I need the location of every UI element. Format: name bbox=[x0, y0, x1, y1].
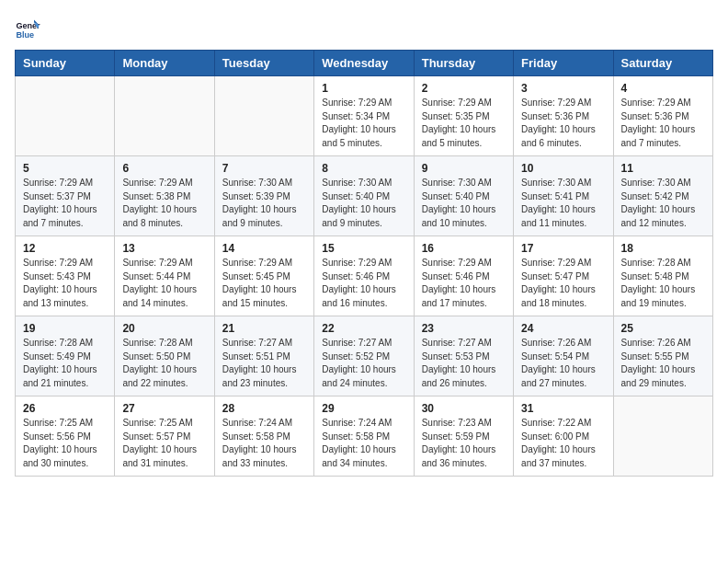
day-cell bbox=[214, 76, 313, 156]
day-info: Sunrise: 7:24 AMSunset: 5:58 PMDaylight:… bbox=[222, 417, 306, 470]
day-info: Sunrise: 7:29 AMSunset: 5:36 PMDaylight:… bbox=[521, 97, 605, 150]
day-info: Sunrise: 7:28 AMSunset: 5:50 PMDaylight:… bbox=[122, 337, 206, 390]
day-cell: 1 Sunrise: 7:29 AMSunset: 5:34 PMDayligh… bbox=[314, 76, 414, 156]
day-cell: 30 Sunrise: 7:23 AMSunset: 5:59 PMDaylig… bbox=[414, 396, 513, 477]
week-row-3: 12 Sunrise: 7:29 AMSunset: 5:43 PMDaylig… bbox=[16, 236, 713, 316]
day-cell: 17 Sunrise: 7:29 AMSunset: 5:47 PMDaylig… bbox=[514, 236, 613, 316]
day-cell: 29 Sunrise: 7:24 AMSunset: 5:58 PMDaylig… bbox=[314, 396, 414, 477]
day-cell: 31 Sunrise: 7:22 AMSunset: 6:00 PMDaylig… bbox=[514, 396, 613, 477]
day-info: Sunrise: 7:27 AMSunset: 5:53 PMDaylight:… bbox=[422, 337, 506, 390]
weekday-header-monday: Monday bbox=[115, 51, 214, 76]
day-cell: 6 Sunrise: 7:29 AMSunset: 5:38 PMDayligh… bbox=[115, 156, 214, 236]
day-number: 12 bbox=[23, 242, 107, 255]
day-cell: 26 Sunrise: 7:25 AMSunset: 5:56 PMDaylig… bbox=[16, 396, 115, 477]
day-cell: 20 Sunrise: 7:28 AMSunset: 5:50 PMDaylig… bbox=[115, 316, 214, 396]
day-cell bbox=[16, 76, 115, 156]
day-number: 5 bbox=[23, 162, 107, 175]
day-info: Sunrise: 7:29 AMSunset: 5:44 PMDaylight:… bbox=[122, 257, 206, 310]
day-cell: 25 Sunrise: 7:26 AMSunset: 5:55 PMDaylig… bbox=[613, 316, 712, 396]
day-number: 7 bbox=[222, 162, 306, 175]
day-info: Sunrise: 7:29 AMSunset: 5:46 PMDaylight:… bbox=[322, 257, 405, 310]
calendar: SundayMondayTuesdayWednesdayThursdayFrid… bbox=[15, 50, 713, 477]
day-number: 28 bbox=[222, 402, 306, 415]
day-info: Sunrise: 7:29 AMSunset: 5:34 PMDaylight:… bbox=[322, 97, 405, 150]
day-info: Sunrise: 7:29 AMSunset: 5:36 PMDaylight:… bbox=[621, 97, 705, 150]
day-number: 4 bbox=[621, 82, 705, 95]
day-cell: 11 Sunrise: 7:30 AMSunset: 5:42 PMDaylig… bbox=[613, 156, 712, 236]
day-number: 1 bbox=[322, 82, 405, 95]
day-cell: 2 Sunrise: 7:29 AMSunset: 5:35 PMDayligh… bbox=[414, 76, 513, 156]
day-number: 19 bbox=[23, 322, 107, 335]
day-cell: 7 Sunrise: 7:30 AMSunset: 5:39 PMDayligh… bbox=[214, 156, 313, 236]
day-info: Sunrise: 7:23 AMSunset: 5:59 PMDaylight:… bbox=[422, 417, 506, 470]
day-number: 22 bbox=[322, 322, 405, 335]
day-number: 21 bbox=[222, 322, 306, 335]
day-cell: 10 Sunrise: 7:30 AMSunset: 5:41 PMDaylig… bbox=[514, 156, 613, 236]
day-cell bbox=[115, 76, 214, 156]
day-cell: 13 Sunrise: 7:29 AMSunset: 5:44 PMDaylig… bbox=[115, 236, 214, 316]
day-info: Sunrise: 7:29 AMSunset: 5:43 PMDaylight:… bbox=[23, 257, 107, 310]
day-number: 26 bbox=[23, 402, 107, 415]
day-cell: 28 Sunrise: 7:24 AMSunset: 5:58 PMDaylig… bbox=[214, 396, 313, 477]
week-row-2: 5 Sunrise: 7:29 AMSunset: 5:37 PMDayligh… bbox=[16, 156, 713, 236]
day-cell: 3 Sunrise: 7:29 AMSunset: 5:36 PMDayligh… bbox=[514, 76, 613, 156]
day-info: Sunrise: 7:27 AMSunset: 5:52 PMDaylight:… bbox=[322, 337, 405, 390]
day-number: 11 bbox=[621, 162, 705, 175]
week-row-5: 26 Sunrise: 7:25 AMSunset: 5:56 PMDaylig… bbox=[16, 396, 713, 477]
logo: General Blue bbox=[15, 15, 44, 40]
day-cell: 5 Sunrise: 7:29 AMSunset: 5:37 PMDayligh… bbox=[16, 156, 115, 236]
weekday-header-row: SundayMondayTuesdayWednesdayThursdayFrid… bbox=[16, 51, 713, 76]
day-cell: 12 Sunrise: 7:29 AMSunset: 5:43 PMDaylig… bbox=[16, 236, 115, 316]
day-number: 20 bbox=[122, 322, 206, 335]
day-number: 15 bbox=[322, 242, 405, 255]
day-number: 27 bbox=[122, 402, 206, 415]
day-number: 9 bbox=[422, 162, 506, 175]
day-info: Sunrise: 7:22 AMSunset: 6:00 PMDaylight:… bbox=[521, 417, 605, 470]
day-number: 17 bbox=[521, 242, 605, 255]
day-number: 14 bbox=[222, 242, 306, 255]
weekday-header-friday: Friday bbox=[514, 51, 613, 76]
day-cell bbox=[613, 396, 712, 477]
day-info: Sunrise: 7:26 AMSunset: 5:54 PMDaylight:… bbox=[521, 337, 605, 390]
day-cell: 23 Sunrise: 7:27 AMSunset: 5:53 PMDaylig… bbox=[414, 316, 513, 396]
day-info: Sunrise: 7:30 AMSunset: 5:40 PMDaylight:… bbox=[422, 177, 506, 230]
day-info: Sunrise: 7:30 AMSunset: 5:39 PMDaylight:… bbox=[222, 177, 306, 230]
day-info: Sunrise: 7:29 AMSunset: 5:35 PMDaylight:… bbox=[422, 97, 506, 150]
week-row-4: 19 Sunrise: 7:28 AMSunset: 5:49 PMDaylig… bbox=[16, 316, 713, 396]
day-number: 25 bbox=[621, 322, 705, 335]
day-number: 16 bbox=[422, 242, 506, 255]
day-info: Sunrise: 7:24 AMSunset: 5:58 PMDaylight:… bbox=[322, 417, 405, 470]
day-number: 2 bbox=[422, 82, 506, 95]
day-number: 8 bbox=[322, 162, 405, 175]
logo-icon: General Blue bbox=[15, 15, 40, 40]
day-cell: 22 Sunrise: 7:27 AMSunset: 5:52 PMDaylig… bbox=[314, 316, 414, 396]
day-cell: 8 Sunrise: 7:30 AMSunset: 5:40 PMDayligh… bbox=[314, 156, 414, 236]
day-cell: 15 Sunrise: 7:29 AMSunset: 5:46 PMDaylig… bbox=[314, 236, 414, 316]
day-info: Sunrise: 7:29 AMSunset: 5:38 PMDaylight:… bbox=[122, 177, 206, 230]
day-info: Sunrise: 7:29 AMSunset: 5:47 PMDaylight:… bbox=[521, 257, 605, 310]
weekday-header-saturday: Saturday bbox=[613, 51, 712, 76]
svg-text:Blue: Blue bbox=[16, 30, 34, 40]
day-info: Sunrise: 7:28 AMSunset: 5:48 PMDaylight:… bbox=[621, 257, 705, 310]
day-number: 29 bbox=[322, 402, 405, 415]
day-info: Sunrise: 7:25 AMSunset: 5:57 PMDaylight:… bbox=[122, 417, 206, 470]
day-number: 18 bbox=[621, 242, 705, 255]
day-info: Sunrise: 7:28 AMSunset: 5:49 PMDaylight:… bbox=[23, 337, 107, 390]
day-cell: 21 Sunrise: 7:27 AMSunset: 5:51 PMDaylig… bbox=[214, 316, 313, 396]
day-info: Sunrise: 7:30 AMSunset: 5:42 PMDaylight:… bbox=[621, 177, 705, 230]
day-info: Sunrise: 7:29 AMSunset: 5:37 PMDaylight:… bbox=[23, 177, 107, 230]
day-number: 13 bbox=[122, 242, 206, 255]
day-number: 31 bbox=[521, 402, 605, 415]
day-info: Sunrise: 7:27 AMSunset: 5:51 PMDaylight:… bbox=[222, 337, 306, 390]
day-number: 3 bbox=[521, 82, 605, 95]
day-info: Sunrise: 7:29 AMSunset: 5:45 PMDaylight:… bbox=[222, 257, 306, 310]
day-info: Sunrise: 7:30 AMSunset: 5:41 PMDaylight:… bbox=[521, 177, 605, 230]
weekday-header-sunday: Sunday bbox=[16, 51, 115, 76]
day-number: 23 bbox=[422, 322, 506, 335]
weekday-header-wednesday: Wednesday bbox=[314, 51, 414, 76]
day-cell: 18 Sunrise: 7:28 AMSunset: 5:48 PMDaylig… bbox=[613, 236, 712, 316]
week-row-1: 1 Sunrise: 7:29 AMSunset: 5:34 PMDayligh… bbox=[16, 76, 713, 156]
day-info: Sunrise: 7:29 AMSunset: 5:46 PMDaylight:… bbox=[422, 257, 506, 310]
day-cell: 4 Sunrise: 7:29 AMSunset: 5:36 PMDayligh… bbox=[613, 76, 712, 156]
day-number: 30 bbox=[422, 402, 506, 415]
